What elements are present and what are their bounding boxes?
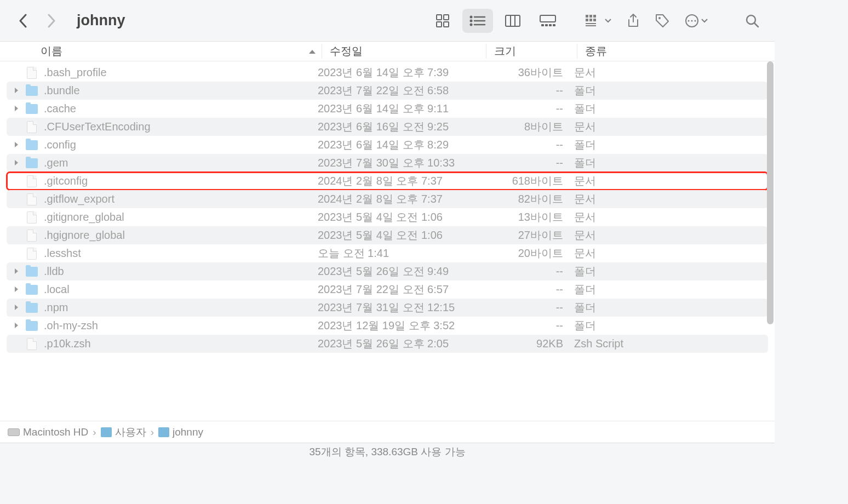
folder-icon <box>25 102 38 116</box>
file-kind: 문서 <box>570 192 768 207</box>
file-row[interactable]: .gitignore_global2023년 5월 4일 오전 1:0613바이… <box>7 208 768 226</box>
back-button[interactable] <box>15 13 31 28</box>
folder-icon <box>25 319 38 333</box>
file-row[interactable]: .config2023년 6월 14일 오후 8:29--폴더 <box>7 136 768 154</box>
file-row[interactable]: .oh-my-zsh2023년 12월 19일 오후 3:52--폴더 <box>7 317 768 335</box>
action-button[interactable] <box>685 14 708 28</box>
disclosure-triangle[interactable] <box>11 303 22 312</box>
path-separator: › <box>93 426 96 438</box>
path-user[interactable]: johnny <box>158 426 203 438</box>
svg-point-6 <box>470 19 473 22</box>
disclosure-triangle[interactable] <box>11 285 22 294</box>
file-size: -- <box>482 139 570 151</box>
file-size: 13바이트 <box>482 210 570 225</box>
forward-button[interactable] <box>44 13 59 28</box>
file-kind: 폴더 <box>570 138 768 152</box>
tag-button[interactable] <box>655 14 669 28</box>
column-date[interactable]: 수정일 <box>322 44 486 59</box>
list-view-button[interactable] <box>462 9 493 33</box>
file-size: -- <box>482 283 570 296</box>
column-view-button[interactable] <box>497 9 528 33</box>
file-kind: 문서 <box>570 119 768 134</box>
svg-rect-3 <box>444 22 449 27</box>
svg-rect-20 <box>593 15 596 18</box>
file-date: 2023년 7월 30일 오후 10:33 <box>318 156 482 170</box>
svg-rect-13 <box>540 15 555 22</box>
folder-icon <box>25 265 38 278</box>
disclosure-triangle[interactable] <box>11 87 22 95</box>
chevron-down-icon <box>701 19 708 23</box>
file-date: 2024년 2월 8일 오후 7:37 <box>318 174 482 188</box>
group-button[interactable] <box>585 14 611 27</box>
column-header: 이름 수정일 크기 종류 <box>0 42 775 61</box>
file-row[interactable]: .lesshst오늘 오전 1:4120바이트문서 <box>7 244 768 262</box>
file-kind: Zsh Script <box>570 337 768 350</box>
file-name: .CFUserTextEncoding <box>38 121 318 133</box>
file-row[interactable]: .cache2023년 6월 14일 오후 9:11--폴더 <box>7 100 768 118</box>
file-size: 20바이트 <box>482 246 570 261</box>
file-row[interactable]: .gitconfig2024년 2월 8일 오후 7:37618바이트문서 <box>7 172 768 190</box>
file-date: 2023년 12월 19일 오후 3:52 <box>318 318 482 333</box>
file-kind: 폴더 <box>570 101 768 116</box>
scrollbar-thumb[interactable] <box>767 61 773 324</box>
file-kind: 폴더 <box>570 264 768 279</box>
file-name: .hgignore_global <box>38 229 318 242</box>
file-kind: 폴더 <box>570 156 768 170</box>
file-date: 2023년 5월 4일 오전 1:06 <box>318 210 482 225</box>
file-row[interactable]: .hgignore_global2023년 5월 4일 오전 1:0627바이트… <box>7 226 768 244</box>
file-name: .gitconfig <box>38 175 318 187</box>
svg-rect-19 <box>589 15 592 18</box>
svg-rect-0 <box>437 15 442 20</box>
file-row[interactable]: .local2023년 7월 22일 오전 6:57--폴더 <box>7 280 768 299</box>
file-row[interactable]: .gitflow_export2024년 2월 8일 오후 7:3782바이트문… <box>7 190 768 208</box>
svg-point-28 <box>688 20 690 21</box>
users-folder-icon <box>101 427 112 437</box>
file-kind: 문서 <box>570 246 768 261</box>
svg-point-4 <box>470 15 473 18</box>
path-disk[interactable]: Macintosh HD <box>8 426 88 438</box>
file-icon <box>25 229 38 242</box>
disclosure-triangle[interactable] <box>11 141 22 150</box>
gallery-view-button[interactable] <box>532 9 563 33</box>
file-kind: 폴더 <box>570 300 768 315</box>
svg-rect-15 <box>545 24 548 26</box>
column-kind[interactable]: 종류 <box>577 44 775 59</box>
folder-icon <box>25 301 38 314</box>
icon-view-button[interactable] <box>427 9 458 33</box>
toolbar: johnny <box>0 0 775 42</box>
file-name: .lesshst <box>38 247 318 260</box>
file-row[interactable]: .CFUserTextEncoding2023년 6월 16일 오전 9:258… <box>7 118 768 136</box>
file-row[interactable]: .npm2023년 7월 31일 오전 12:15--폴더 <box>7 299 768 317</box>
column-size[interactable]: 크기 <box>486 44 577 59</box>
file-row[interactable]: .p10k.zsh2023년 5월 26일 오후 2:0592KBZsh Scr… <box>7 335 768 353</box>
scrollbar[interactable] <box>766 61 775 421</box>
file-row[interactable]: .lldb2023년 5월 26일 오전 9:49--폴더 <box>7 262 768 280</box>
disclosure-triangle[interactable] <box>11 267 22 276</box>
svg-point-8 <box>470 23 473 26</box>
file-row[interactable]: .gem2023년 7월 30일 오후 10:33--폴더 <box>7 154 768 172</box>
share-button[interactable] <box>627 13 640 28</box>
svg-rect-16 <box>549 24 552 26</box>
disclosure-triangle[interactable] <box>11 322 22 330</box>
disclosure-triangle[interactable] <box>11 159 22 168</box>
file-name: .npm <box>38 301 318 314</box>
search-button[interactable] <box>745 14 759 28</box>
window-title: johnny <box>77 12 125 29</box>
file-kind: 폴더 <box>570 318 768 333</box>
svg-rect-23 <box>593 19 596 21</box>
path-users[interactable]: 사용자 <box>101 425 146 439</box>
file-row[interactable]: .bundle2023년 7월 22일 오전 6:58--폴더 <box>7 82 768 100</box>
disclosure-triangle[interactable] <box>11 105 22 113</box>
file-name: .p10k.zsh <box>38 337 318 350</box>
file-date: 2023년 6월 14일 오후 9:11 <box>318 101 482 116</box>
folder-icon <box>25 283 38 296</box>
column-name[interactable]: 이름 <box>0 44 322 59</box>
file-row[interactable]: .bash_profile2023년 6월 14일 오후 7:3936바이트문서 <box>7 64 768 82</box>
file-size: -- <box>482 84 570 97</box>
file-name: .local <box>38 283 318 296</box>
svg-rect-22 <box>589 19 592 21</box>
svg-line-32 <box>754 23 758 27</box>
file-kind: 문서 <box>570 228 768 243</box>
file-icon <box>25 247 38 260</box>
file-name: .bundle <box>38 84 318 97</box>
